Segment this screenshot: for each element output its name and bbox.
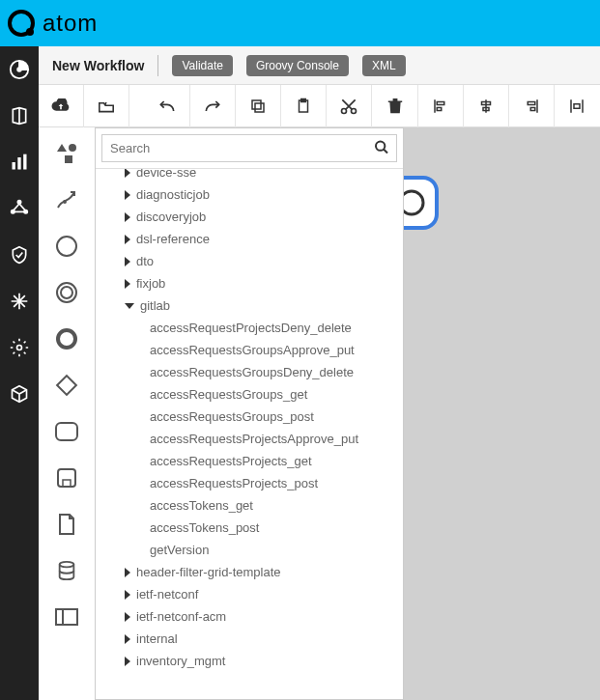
- caret-right-icon[interactable]: [125, 212, 130, 222]
- copy-icon[interactable]: [236, 85, 281, 127]
- svg-point-37: [376, 141, 385, 150]
- tree-leaf-getVersion[interactable]: getVersion: [96, 539, 403, 561]
- tree-node-inventory_mgmt[interactable]: inventory_mgmt: [96, 650, 403, 672]
- circle-double-icon[interactable]: [54, 280, 79, 305]
- caret-right-icon[interactable]: [125, 590, 130, 600]
- tree-leaf-accessRequestsGroups_post[interactable]: accessRequestsGroups_post: [96, 406, 403, 428]
- svg-rect-34: [63, 480, 71, 487]
- caret-down-icon[interactable]: [125, 303, 134, 309]
- chart-icon[interactable]: [8, 151, 31, 174]
- tree-leaf-accessRequestsGroups_get[interactable]: accessRequestsGroups_get: [96, 383, 403, 406]
- tree-leaf-accessRequestsGroupsDeny_delete[interactable]: accessRequestsGroupsDeny_delete: [96, 361, 403, 383]
- paste-icon[interactable]: [281, 85, 327, 127]
- svg-point-26: [64, 201, 66, 203]
- tree-leaf-accessTokens_get[interactable]: accessTokens_get: [96, 494, 403, 517]
- tree-node-internal[interactable]: internal: [96, 628, 403, 650]
- align-left-icon[interactable]: [418, 85, 464, 127]
- circle-bold-icon[interactable]: [54, 326, 79, 351]
- svg-point-24: [69, 144, 76, 152]
- svg-rect-33: [58, 469, 75, 487]
- search-container: [96, 128, 403, 169]
- tree-node-label: dto: [136, 254, 154, 268]
- shapes-group-icon[interactable]: [54, 141, 79, 166]
- svg-rect-8: [255, 103, 264, 112]
- tree-leaf-accessRequestsProjects_get[interactable]: accessRequestsProjects_get: [96, 450, 403, 472]
- database-icon[interactable]: [54, 558, 79, 583]
- gear-icon[interactable]: [8, 336, 31, 359]
- svg-point-35: [60, 562, 74, 568]
- tree-node-ietf-netconf-acm[interactable]: ietf-netconf-acm: [96, 605, 403, 628]
- caret-right-icon[interactable]: [125, 169, 130, 178]
- caret-right-icon[interactable]: [125, 634, 130, 644]
- snowflake-icon[interactable]: [8, 290, 31, 313]
- delete-icon[interactable]: [372, 85, 417, 127]
- tree-node-discoveryjob[interactable]: discoveryjob: [96, 206, 403, 228]
- tree-node-dsl-reference[interactable]: dsl-reference: [96, 228, 403, 250]
- tree-node-fixjob[interactable]: fixjob: [96, 272, 403, 294]
- tree-node-gitlab[interactable]: gitlab: [96, 294, 403, 317]
- svg-rect-9: [252, 100, 261, 109]
- tree-leaf-accessRequestsProjectsApprove_put[interactable]: accessRequestsProjectsApprove_put: [96, 428, 403, 450]
- tree-node-device-sse[interactable]: device-sse: [96, 169, 403, 183]
- xml-button[interactable]: XML: [362, 55, 406, 76]
- caret-right-icon[interactable]: [125, 657, 130, 666]
- rounded-rect-icon[interactable]: [54, 419, 79, 444]
- search-icon[interactable]: [374, 139, 389, 157]
- undo-icon[interactable]: [145, 85, 190, 127]
- arrow-path-icon[interactable]: [54, 187, 79, 212]
- shape-palette: [39, 127, 95, 700]
- dashboard-icon[interactable]: [8, 58, 31, 81]
- distribute-icon[interactable]: [555, 85, 600, 127]
- svg-rect-36: [56, 609, 77, 625]
- svg-rect-20: [574, 103, 580, 108]
- sidebar-layout-icon[interactable]: [54, 604, 79, 630]
- caret-right-icon[interactable]: [125, 235, 130, 244]
- book-icon[interactable]: [8, 104, 31, 127]
- caret-right-icon[interactable]: [125, 190, 130, 200]
- svg-rect-19: [530, 107, 535, 110]
- save-shape-icon[interactable]: [54, 465, 79, 490]
- svg-rect-31: [57, 376, 76, 395]
- caret-right-icon[interactable]: [125, 257, 130, 266]
- svg-point-30: [58, 330, 75, 348]
- tree-node-label: inventory_mgmt: [136, 654, 225, 668]
- caret-right-icon[interactable]: [125, 612, 130, 622]
- caret-right-icon[interactable]: [125, 279, 130, 289]
- tree-leaf-accessRequestsProjects_post[interactable]: accessRequestsProjects_post: [96, 472, 403, 494]
- caret-right-icon[interactable]: [125, 568, 130, 577]
- align-right-icon[interactable]: [509, 85, 555, 127]
- tree-node-diagnosticjob[interactable]: diagnosticjob: [96, 183, 403, 206]
- search-input[interactable]: [101, 134, 397, 162]
- cut-icon[interactable]: [327, 85, 372, 127]
- tree-node-dto[interactable]: dto: [96, 250, 403, 272]
- svg-point-4: [17, 201, 20, 204]
- document-icon[interactable]: [54, 512, 79, 537]
- circle-thin-icon[interactable]: [54, 234, 79, 259]
- tree-node-header-filter-grid-template[interactable]: header-filter-grid-template: [96, 561, 403, 583]
- svg-rect-2: [17, 157, 20, 170]
- tree-leaf-accessRequestsGroupsApprove_put[interactable]: accessRequestsGroupsApprove_put: [96, 339, 403, 361]
- validate-button[interactable]: Validate: [172, 55, 232, 76]
- cloud-upload-icon[interactable]: [39, 85, 84, 127]
- tree-node-label: ietf-netconf-acm: [136, 609, 226, 624]
- open-folder-icon[interactable]: [84, 85, 129, 127]
- workflow-title: New Workflow: [52, 58, 144, 73]
- tree-node-label: internal: [136, 631, 178, 646]
- gap1: [129, 85, 145, 127]
- svg-point-5: [12, 210, 14, 213]
- network-icon[interactable]: [8, 197, 31, 220]
- align-center-icon[interactable]: [464, 85, 509, 127]
- cube-icon[interactable]: [8, 382, 31, 406]
- diamond-icon[interactable]: [54, 373, 79, 398]
- svg-rect-14: [437, 101, 444, 104]
- tree-leaf-accessTokens_post[interactable]: accessTokens_post: [96, 517, 403, 539]
- tree-list[interactable]: device-ssediagnosticjobdiscoveryjobdsl-r…: [96, 169, 403, 699]
- logo-icon: [8, 10, 35, 37]
- tree-node-label: dsl-reference: [136, 232, 210, 246]
- tree-node-label: diagnosticjob: [136, 187, 210, 202]
- groovy-console-button[interactable]: Groovy Console: [246, 55, 349, 76]
- redo-icon[interactable]: [190, 85, 236, 127]
- tree-leaf-accessRequestProjectsDeny_delete[interactable]: accessRequestProjectsDeny_delete: [96, 317, 403, 339]
- shield-icon[interactable]: [8, 243, 31, 266]
- tree-node-ietf-netconf[interactable]: ietf-netconf: [96, 583, 403, 605]
